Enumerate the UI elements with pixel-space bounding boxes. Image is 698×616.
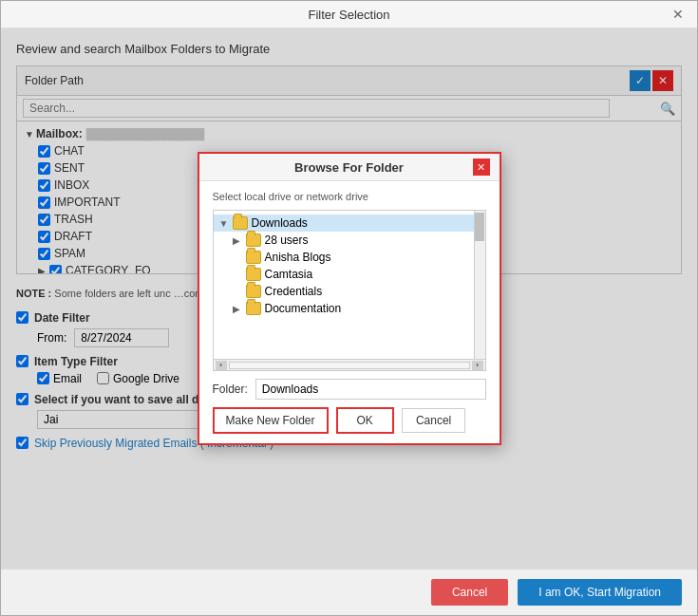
window-title: Filter Selection xyxy=(28,8,670,22)
folder-label: Folder: xyxy=(213,383,248,396)
credentials-folder-icon xyxy=(246,285,261,298)
modal-cancel-button[interactable]: Cancel xyxy=(402,408,465,433)
folder-name-input[interactable] xyxy=(255,379,486,400)
hscroll-left-button[interactable]: ‹ xyxy=(216,361,227,370)
ok-button[interactable]: OK xyxy=(336,407,394,434)
cancel-button[interactable]: Cancel xyxy=(431,579,508,606)
modal-hscrollbar[interactable]: ‹ › xyxy=(214,359,485,370)
bottom-bar: Cancel I am OK, Start Migration xyxy=(1,569,697,615)
anisha-folder-icon xyxy=(246,251,261,264)
modal-tree-container: ▼ Downloads ▶ 28 users xyxy=(213,210,486,371)
documentation-folder-label: Documentation xyxy=(265,302,342,315)
main-content: Review and search Mailbox Folders to Mig… xyxy=(1,28,697,569)
28users-folder-label: 28 users xyxy=(265,233,309,247)
modal-body: Select local drive or network drive ▼ Do… xyxy=(199,181,500,443)
browse-modal: Browse For Folder ✕ Select local drive o… xyxy=(198,152,501,445)
hscroll-track xyxy=(229,362,470,369)
28users-folder-row[interactable]: ▶ 28 users xyxy=(227,232,474,249)
downloads-expander[interactable]: ▼ xyxy=(219,218,233,229)
modal-buttons: Make New Folder OK Cancel xyxy=(213,407,486,434)
documentation-folder-icon xyxy=(246,302,261,315)
28users-expander[interactable]: ▶ xyxy=(233,235,246,246)
modal-vscrollbar-thumb[interactable] xyxy=(475,213,484,241)
downloads-folder-label: Downloads xyxy=(252,216,308,230)
modal-subtitle: Select local drive or network drive xyxy=(213,191,486,202)
modal-title-bar: Browse For Folder ✕ xyxy=(199,154,500,181)
start-migration-button[interactable]: I am OK, Start Migration xyxy=(518,579,682,606)
documentation-expander[interactable]: ▶ xyxy=(233,304,246,314)
modal-overlay: Browse For Folder ✕ Select local drive o… xyxy=(1,28,697,569)
window-close-button[interactable]: ✕ xyxy=(670,7,686,22)
modal-vscrollbar[interactable] xyxy=(474,211,485,361)
camtasia-row[interactable]: ▶ Camtasia xyxy=(227,266,474,283)
downloads-folder-row[interactable]: ▼ Downloads xyxy=(214,215,474,232)
make-new-folder-button[interactable]: Make New Folder xyxy=(213,407,329,434)
hscroll-right-button[interactable]: › xyxy=(472,361,483,370)
anisha-blogs-row[interactable]: ▶ Anisha Blogs xyxy=(227,249,474,266)
main-window: Filter Selection ✕ Review and search Mai… xyxy=(0,0,698,616)
credentials-folder-label: Credentials xyxy=(265,285,323,298)
modal-tree: ▼ Downloads ▶ 28 users xyxy=(214,211,474,361)
documentation-row[interactable]: ▶ Documentation xyxy=(227,300,474,317)
camtasia-folder-icon xyxy=(246,268,261,281)
folder-name-row: Folder: xyxy=(213,379,486,400)
anisha-folder-label: Anisha Blogs xyxy=(265,251,331,264)
modal-title: Browse For Folder xyxy=(226,160,473,175)
modal-close-button[interactable]: ✕ xyxy=(473,159,490,176)
28users-folder-icon xyxy=(246,233,261,247)
downloads-folder-icon xyxy=(233,216,248,230)
title-bar: Filter Selection ✕ xyxy=(1,1,697,28)
credentials-row[interactable]: ▶ Credentials xyxy=(227,283,474,300)
camtasia-folder-label: Camtasia xyxy=(265,268,313,281)
